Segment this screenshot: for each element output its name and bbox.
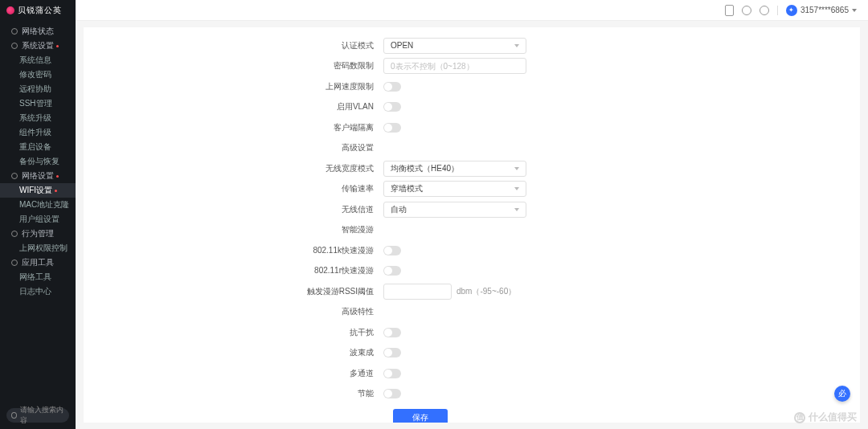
user-id-text: 3157****6865 xyxy=(800,6,849,14)
nav-behavior[interactable]: 行为管理 xyxy=(0,227,76,241)
badge-dot-icon xyxy=(55,190,57,192)
brand: 贝锐蒲公英 xyxy=(0,0,76,21)
nav-system-settings[interactable]: 系统设置 xyxy=(0,39,76,53)
label-multi-stream: 多通道 xyxy=(199,368,383,379)
section-smart-roam: 智能漫游 xyxy=(199,224,383,235)
badge-dot-icon xyxy=(56,175,59,178)
nav-tools[interactable]: 应用工具 xyxy=(0,255,76,270)
toggle-multi-stream[interactable] xyxy=(383,369,401,378)
chevron-down-icon xyxy=(514,208,519,211)
nav-system-info[interactable]: 系统信息 xyxy=(0,53,76,67)
brand-name: 贝锐蒲公英 xyxy=(18,5,62,16)
toggle-11k[interactable] xyxy=(383,246,401,255)
nav-change-password[interactable]: 修改密码 xyxy=(0,67,76,82)
nav-network-settings[interactable]: 网络设置 xyxy=(0,169,76,183)
user-menu[interactable]: ✦ 3157****6865 xyxy=(786,5,857,16)
save-button[interactable]: 保存 xyxy=(393,409,448,423)
label-client-isolate: 客户端隔离 xyxy=(199,122,383,133)
input-pwd-limit[interactable] xyxy=(383,58,526,74)
toggle-enable-vlan[interactable] xyxy=(383,102,401,112)
network-icon xyxy=(11,173,18,179)
nav-ssh[interactable]: SSH管理 xyxy=(0,96,76,111)
globe-icon xyxy=(11,28,18,35)
sidebar: 贝锐蒲公英 网络状态 系统设置 系统信息 修改密码 远程协助 SSH管理 系统升… xyxy=(0,0,76,429)
avatar-icon: ✦ xyxy=(786,5,797,16)
logo-icon xyxy=(6,6,14,14)
label-11r: 802.11r快速漫游 xyxy=(199,265,383,276)
sidebar-nav: 网络状态 系统设置 系统信息 修改密码 远程协助 SSH管理 系统升级 组件升级… xyxy=(0,24,76,403)
label-speed-limit: 上网速度限制 xyxy=(199,81,383,92)
label-enable-vlan: 启用VLAN xyxy=(199,101,383,112)
input-rssi[interactable] xyxy=(383,284,452,300)
phone-icon[interactable] xyxy=(725,5,734,16)
watermark-logo-icon: 值 xyxy=(794,412,805,423)
select-channel[interactable]: 自动 xyxy=(383,202,526,218)
chevron-down-icon xyxy=(514,167,519,170)
toggle-client-isolate[interactable] xyxy=(383,123,401,133)
chevron-down-icon xyxy=(852,9,857,12)
label-auth-mode: 认证模式 xyxy=(199,40,383,51)
help-icon[interactable] xyxy=(760,6,769,15)
nav-component-upgrade[interactable]: 组件升级 xyxy=(0,125,76,140)
nav-reboot[interactable]: 重启设备 xyxy=(0,140,76,154)
label-power-save: 节能 xyxy=(199,388,383,399)
search-placeholder: 请输入搜索内容 xyxy=(20,405,64,426)
fab-button[interactable]: 必 xyxy=(834,386,850,402)
refresh-icon[interactable] xyxy=(742,6,751,15)
label-beamforming: 波束成 xyxy=(199,347,383,358)
section-advanced: 高级设置 xyxy=(199,142,383,153)
nav-network-tools[interactable]: 网络工具 xyxy=(0,270,76,284)
nav-access-control[interactable]: 上网权限控制 xyxy=(0,241,76,255)
nav-logs[interactable]: 日志中心 xyxy=(0,284,76,299)
badge-dot-icon xyxy=(56,45,59,47)
label-pwd-limit: 密码数限制 xyxy=(199,60,383,72)
toggle-power-save[interactable] xyxy=(383,389,401,398)
label-freq-mode: 无线宽度模式 xyxy=(199,163,383,174)
label-rssi: 触发漫游RSSI阈值 xyxy=(199,286,383,297)
behavior-icon xyxy=(11,231,18,237)
search-icon xyxy=(11,412,17,419)
nav-wifi-settings[interactable]: WIFI设置 xyxy=(0,183,76,198)
label-bridge-mode: 传输速率 xyxy=(199,183,383,194)
chevron-down-icon xyxy=(514,44,519,47)
chevron-down-icon xyxy=(514,187,519,190)
label-11k: 802.11k快速漫游 xyxy=(199,245,383,256)
content-panel: 认证模式 OPEN 密码数限制 上网速度限制 启用VLAN 客户端隔离 高级设置… xyxy=(84,27,860,423)
nav-system-upgrade[interactable]: 系统升级 xyxy=(0,111,76,125)
sidebar-search[interactable]: 请输入搜索内容 xyxy=(6,408,69,423)
section-adv-feature: 高级特性 xyxy=(199,306,383,317)
watermark-text: 什么值得买 xyxy=(809,411,857,424)
select-auth-mode[interactable]: OPEN xyxy=(383,38,526,54)
separator xyxy=(777,6,778,15)
label-channel: 无线信道 xyxy=(199,204,383,215)
label-anti-interference: 抗干扰 xyxy=(199,327,383,338)
topbar: ✦ 3157****6865 xyxy=(76,0,868,21)
nav-remote-assist[interactable]: 远程协助 xyxy=(0,82,76,96)
select-freq-mode[interactable]: 均衡模式（HE40） xyxy=(383,161,526,177)
toggle-anti-interference[interactable] xyxy=(383,328,401,337)
watermark: 值 什么值得买 xyxy=(794,411,857,424)
wifi-form: 认证模式 OPEN 密码数限制 上网速度限制 启用VLAN 客户端隔离 高级设置… xyxy=(199,35,745,423)
nav-user-group[interactable]: 用户组设置 xyxy=(0,212,76,227)
toggle-11r[interactable] xyxy=(383,266,401,276)
toggle-beamforming[interactable] xyxy=(383,348,401,358)
nav-mac-clone[interactable]: MAC地址克隆 xyxy=(0,198,76,212)
nav-network-status[interactable]: 网络状态 xyxy=(0,24,76,39)
gear-icon xyxy=(11,43,18,49)
tools-icon xyxy=(11,259,18,266)
nav-backup[interactable]: 备份与恢复 xyxy=(0,154,76,169)
select-bridge-mode[interactable]: 穿墙模式 xyxy=(383,181,526,197)
toggle-speed-limit[interactable] xyxy=(383,82,401,92)
hint-rssi: dbm（-95~-60） xyxy=(457,286,516,297)
